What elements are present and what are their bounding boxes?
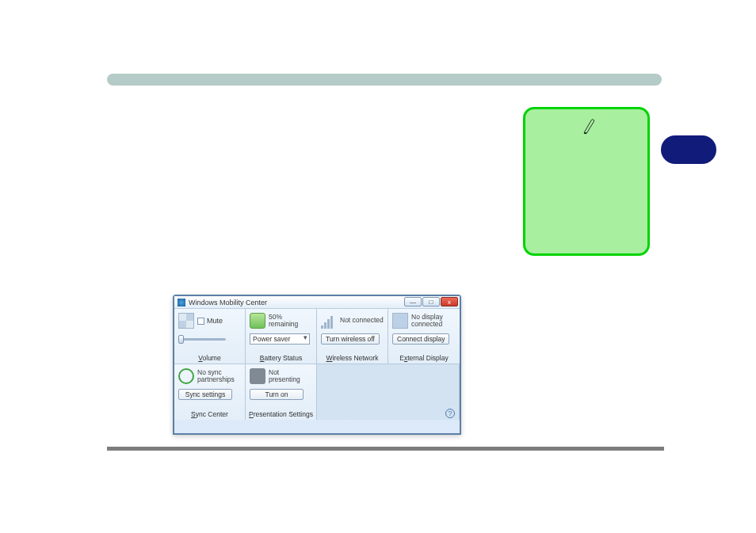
tile-display: No display connected Connect display Ext…	[388, 309, 460, 364]
tile-presentation: Not presenting Turn on Presentation Sett…	[246, 364, 317, 420]
power-plan-value: Power saver	[253, 335, 290, 343]
power-plan-dropdown[interactable]: Power saver	[250, 333, 310, 345]
presentation-status: Not presenting	[269, 369, 312, 384]
app-icon	[178, 299, 185, 306]
battery-status: 50% remaining	[269, 314, 312, 329]
window-title: Windows Mobility Center	[189, 299, 267, 306]
display-status: No display connected	[411, 314, 456, 329]
tile-footer-presentation: Presentation Settings	[246, 410, 316, 418]
sync-settings-button[interactable]: Sync settings	[178, 389, 232, 400]
mute-label: Mute	[207, 317, 223, 325]
wireless-status: Not connected	[340, 317, 384, 324]
mute-checkbox[interactable]	[197, 318, 204, 325]
pen-icon	[582, 117, 595, 135]
window-buttons: — □ x	[404, 297, 458, 306]
connect-display-button[interactable]: Connect display	[392, 333, 449, 345]
turn-on-button[interactable]: Turn on	[250, 389, 304, 400]
battery-icon	[250, 313, 265, 329]
tile-footer-display: External Display	[388, 354, 460, 362]
tile-footer-wireless: Wireless Network	[317, 354, 388, 362]
projector-icon	[250, 368, 265, 384]
windows-mobility-center: Windows Mobility Center — □ x Mute Volum…	[173, 295, 461, 435]
sync-status: No sync partnerships	[197, 369, 241, 384]
footer-rule	[107, 447, 664, 451]
tile-footer-sync: Sync Center	[174, 410, 245, 418]
tile-sync: No sync partnerships Sync settings Sync …	[174, 364, 246, 420]
tile-battery: 50% remaining Power saver Battery Status	[246, 309, 317, 364]
tile-footer-volume: Volume	[174, 354, 245, 362]
close-button[interactable]: x	[441, 297, 458, 306]
titlebar[interactable]: Windows Mobility Center — □ x	[174, 296, 460, 309]
tile-footer-battery: Battery Status	[246, 354, 316, 362]
tile-volume: Mute Volume	[174, 309, 246, 364]
heading-bar	[107, 74, 662, 86]
tiles-grid: Mute Volume 50% remaining Power saver Ba	[174, 309, 460, 433]
page-badge	[661, 135, 716, 164]
sync-icon	[178, 368, 194, 384]
volume-slider[interactable]	[178, 338, 226, 341]
turn-wireless-off-button[interactable]: Turn wireless off	[321, 333, 380, 345]
maximize-button[interactable]: □	[422, 297, 440, 306]
tile-wireless: Not connected Turn wireless off Wireless…	[317, 309, 388, 364]
speaker-icon	[178, 313, 194, 329]
wifi-icon	[321, 313, 337, 329]
help-icon[interactable]: ?	[445, 409, 455, 418]
volume-slider-thumb[interactable]	[178, 335, 184, 344]
tile-empty: ?	[317, 364, 460, 420]
monitor-icon	[392, 313, 408, 329]
minimize-button[interactable]: —	[404, 297, 422, 306]
note-callout	[523, 107, 650, 256]
